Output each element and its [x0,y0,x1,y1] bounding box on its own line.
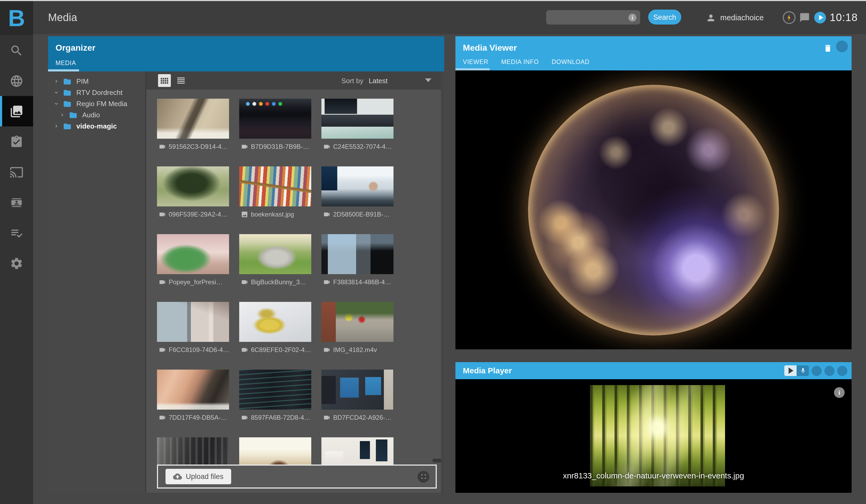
media-thumbnail[interactable] [321,370,393,410]
media-item[interactable]: 096F539E-29A2-4… [157,167,229,234]
trash-icon[interactable] [823,43,832,53]
grid-scrollbar-thumb[interactable] [432,459,442,462]
player-control-circle-1[interactable] [812,366,822,376]
folder-item[interactable]: video-magic [48,121,145,132]
media-item[interactable]: F3883814-486B-4… [321,234,393,302]
media-item[interactable]: 6C89EFE0-2F02-4… [239,302,311,370]
video-icon [158,143,166,150]
video-icon [241,346,248,354]
folder-item[interactable]: Audio [48,109,145,121]
media-thumbnail[interactable] [321,234,393,274]
clock: 10:18 [830,11,858,24]
viewer-toggle-circle[interactable] [836,41,848,52]
media-item[interactable]: IMG_4182.m4v [321,302,393,370]
video-icon [323,143,331,150]
media-item[interactable]: 7DD17F49-DB5A-… [157,370,229,437]
chevron-right-icon[interactable] [53,123,59,129]
search-input[interactable] [546,10,640,24]
list-view-button[interactable] [175,75,187,87]
search-button[interactable]: Search [648,10,681,24]
tab-media-info[interactable]: MEDIA INFO [501,59,539,65]
media-item[interactable]: 8597FA6B-72D8-4… [239,370,311,437]
folder-item[interactable]: Regio FM Media [48,98,145,109]
media-filename: 591562C3-D914-4… [169,143,228,150]
sidebar-item-playlists[interactable] [0,218,33,248]
tab-viewer[interactable]: VIEWER [463,59,489,65]
sort-dropdown-arrow-icon[interactable] [425,78,431,82]
sidebar-item-search[interactable] [0,35,33,66]
media-filename: 096F539E-29A2-4… [169,211,227,218]
mic-icon [800,367,806,374]
chevron-right-icon[interactable] [53,78,59,84]
media-thumbnail[interactable] [239,234,311,274]
media-item[interactable]: BigBuckBunny_3… [239,234,311,302]
media-thumbnail[interactable] [239,302,311,342]
chevron-down-icon[interactable] [53,90,59,95]
media-item[interactable]: BD7FCD42-A926-… [321,370,393,437]
sort-control[interactable]: Sort by Latest [342,71,388,90]
media-thumbnail[interactable] [239,99,311,139]
sidebar-item-settings[interactable] [0,248,33,278]
sidebar-item-cast[interactable] [0,157,33,187]
sidebar-item-contacts[interactable] [0,187,33,218]
viewer-canvas[interactable] [455,70,852,350]
media-item[interactable]: 2D58500E-B91B-… [321,167,393,234]
app-logo[interactable]: B [0,1,33,35]
sidebar-item-web[interactable] [0,66,33,96]
media-item[interactable]: B7D9D31B-7B9B-… [239,99,311,167]
media-item[interactable]: 591562C3-D914-4… [157,99,229,167]
player-play-button[interactable] [784,365,797,376]
media-thumbnail[interactable] [157,234,229,274]
sidebar-item-media[interactable] [0,96,33,126]
info-icon[interactable]: i [834,387,845,398]
upload-dropzone[interactable]: Upload files [157,465,437,489]
upload-files-button[interactable]: Upload files [166,469,231,484]
folder-icon [69,111,77,119]
player-control-circle-3[interactable] [837,366,847,376]
grid-scrollbar[interactable] [441,71,444,493]
media-thumbnail[interactable] [157,302,229,342]
media-item[interactable]: C24E5532-7074-4… [321,99,393,167]
player-canvas[interactable]: i xnr8133_column-de-natuur-verweven-in-e… [455,379,852,493]
sidebar-item-tasks[interactable] [0,126,33,157]
player-mic-button[interactable] [797,365,809,376]
folder-item[interactable]: RTV Dordrecht [48,87,145,98]
search-info-icon[interactable]: i [629,13,636,21]
grid-view-button[interactable] [158,74,171,87]
upload-files-label: Upload files [186,472,223,481]
media-thumbnail[interactable] [321,99,393,139]
media-item[interactable]: Popeye_forPresi… [157,234,229,302]
player-control-circle-2[interactable] [824,366,834,376]
chevron-down-icon[interactable] [53,101,59,107]
play-status-icon[interactable] [814,12,826,23]
folder-item[interactable]: PIM [48,76,145,87]
user-menu[interactable]: mediachoice [706,1,764,34]
folder-label: Audio [82,111,100,119]
chat-icon[interactable] [799,12,810,23]
media-thumbnail[interactable] [157,370,229,410]
sun-image [528,85,779,335]
media-viewer-tabs: VIEWERMEDIA INFODOWNLOAD [463,59,589,65]
video-icon [323,346,331,354]
chevron-right-icon[interactable] [59,112,65,118]
expand-upload-button[interactable] [418,471,429,482]
flash-status-icon[interactable] [783,11,796,24]
media-thumbnail[interactable] [239,167,311,206]
magnify-icon [10,44,23,57]
media-thumbnail[interactable] [321,302,393,342]
media-viewer-header: Media Viewer VIEWERMEDIA INFODOWNLOAD [455,36,852,70]
video-icon [158,278,166,286]
media-filename: BD7FCD42-A926-… [333,414,392,421]
media-thumbnail[interactable] [157,167,229,206]
media-caption: F6CC8109-74D6-4… [157,346,229,354]
media-thumbnail[interactable] [239,370,311,410]
media-caption: 096F539E-29A2-4… [157,211,229,218]
tab-download[interactable]: DOWNLOAD [552,59,589,65]
media-item[interactable]: boekenkast.jpg [239,167,311,234]
media-thumbnail[interactable] [157,99,229,139]
tab-media[interactable]: MEDIA [56,60,76,66]
media-item[interactable]: F6CC8109-74D6-4… [157,302,229,370]
media-filename: F6CC8109-74D6-4… [169,346,229,354]
video-icon [323,278,331,286]
media-thumbnail[interactable] [321,167,393,206]
